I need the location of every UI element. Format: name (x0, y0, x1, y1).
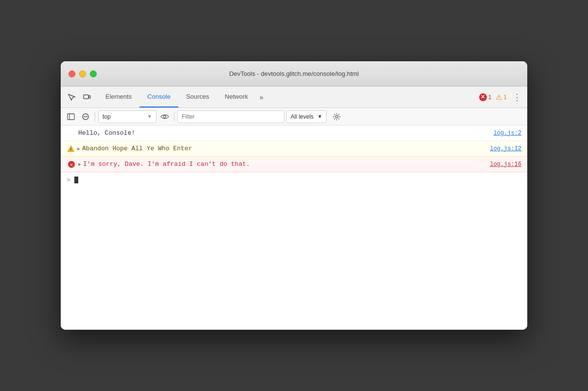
tab-network[interactable]: Network (217, 87, 256, 107)
console-input-line[interactable]: > (61, 172, 527, 188)
log-message-2: Abandon Hope All Ye Who Enter (82, 145, 490, 152)
inspector-icon[interactable] (65, 90, 78, 104)
console-log-area: Hello, Console! log.js:2 ! ▶ Abandon Hop… (61, 125, 527, 330)
error-badge[interactable]: ✕ 1 (479, 93, 492, 101)
svg-text:✕: ✕ (70, 162, 73, 168)
svg-rect-0 (84, 95, 88, 99)
filter-input[interactable] (177, 110, 284, 123)
warning-badge[interactable]: ⚠ 1 (496, 93, 507, 102)
window-title: DevTools - devtools.glitch.me/console/lo… (229, 70, 359, 77)
more-tabs-button[interactable]: » (256, 87, 267, 107)
svg-point-7 (336, 115, 338, 118)
settings-icon[interactable] (330, 110, 343, 123)
log-entry-error: ✕ ▶ I'm sorry, Dave. I'm afraid I can't … (61, 157, 527, 172)
expand-arrow-error[interactable]: ▶ (78, 161, 81, 167)
svg-rect-2 (68, 114, 74, 120)
tab-sources[interactable]: Sources (178, 87, 217, 107)
log-entry-normal: Hello, Console! log.js:2 (61, 125, 527, 141)
warning-triangle-icon: ⚠ (496, 93, 502, 102)
more-options-icon[interactable]: ⋮ (511, 92, 523, 103)
console-toolbar: top ▼ All levels ▼ (61, 108, 527, 125)
console-prompt: > (67, 177, 70, 184)
titlebar: DevTools - devtools.glitch.me/console/lo… (61, 61, 527, 87)
toolbar-divider-2 (174, 112, 174, 121)
context-selector[interactable]: top ▼ (98, 110, 156, 123)
log-source-1[interactable]: log.js:2 (493, 130, 521, 137)
tab-console[interactable]: Console (139, 87, 178, 107)
device-toggle-icon[interactable] (80, 90, 94, 104)
eye-icon[interactable] (158, 110, 171, 123)
levels-dropdown[interactable]: All levels ▼ (286, 110, 327, 123)
svg-text:!: ! (69, 147, 72, 152)
error-circle-icon: ✕ (479, 93, 487, 101)
maximize-button[interactable] (90, 71, 97, 77)
svg-rect-1 (89, 96, 90, 98)
log-message-1: Hello, Console! (78, 129, 493, 137)
warning-icon: ! (67, 144, 75, 153)
log-entry-warning: ! ▶ Abandon Hope All Ye Who Enter log.js… (61, 141, 527, 157)
error-icon: ✕ (67, 160, 76, 168)
tab-right-section: ✕ 1 ⚠ 1 ⋮ (479, 92, 523, 103)
close-button[interactable] (69, 71, 75, 77)
devtools-panel: Elements Console Sources Network » ✕ (61, 87, 527, 330)
show-sidebar-button[interactable] (65, 110, 77, 123)
tabs-container: Elements Console Sources Network » (98, 87, 479, 107)
devtools-window: DevTools - devtools.glitch.me/console/lo… (61, 61, 527, 330)
log-source-3[interactable]: log.js:16 (490, 161, 521, 168)
minimize-button[interactable] (79, 71, 86, 77)
clear-console-button[interactable] (79, 110, 92, 123)
log-message-3: I'm sorry, Dave. I'm afraid I can't do t… (83, 160, 490, 168)
tab-elements[interactable]: Elements (98, 87, 139, 107)
traffic-lights (69, 71, 97, 77)
console-cursor (74, 177, 78, 183)
log-source-2[interactable]: log.js:12 (490, 145, 521, 152)
toolbar-divider (95, 112, 95, 121)
toolbar-left-icons (65, 90, 94, 104)
chevron-down-icon: ▼ (147, 114, 152, 119)
chevron-down-icon: ▼ (317, 114, 322, 119)
svg-point-6 (164, 115, 166, 118)
tab-bar: Elements Console Sources Network » ✕ (61, 87, 527, 108)
expand-arrow-warning[interactable]: ▶ (77, 146, 80, 152)
